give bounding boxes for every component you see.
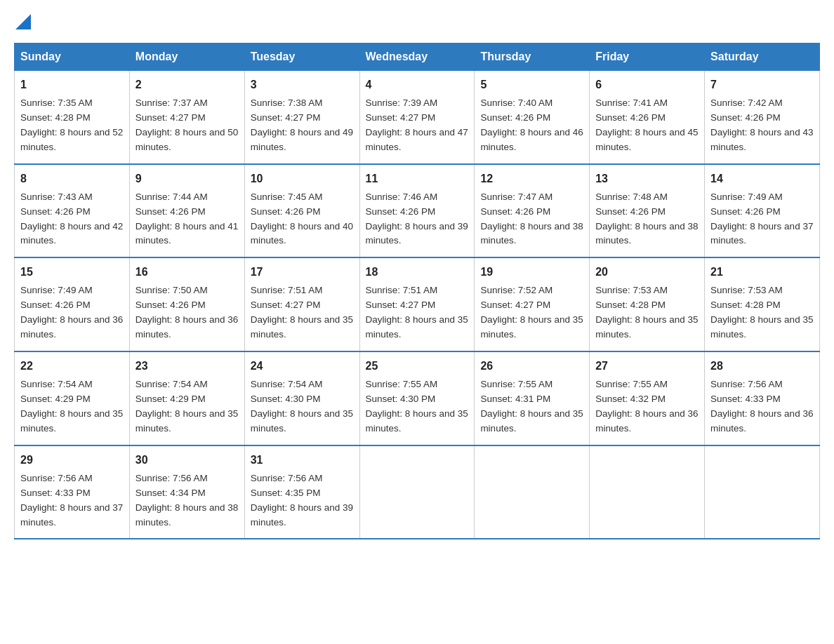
calendar-cell: 15 Sunrise: 7:49 AMSunset: 4:26 PMDaylig… xyxy=(15,257,130,351)
calendar-cell: 31 Sunrise: 7:56 AMSunset: 4:35 PMDaylig… xyxy=(244,445,359,539)
calendar-cell xyxy=(475,445,590,539)
calendar-cell: 4 Sunrise: 7:39 AMSunset: 4:27 PMDayligh… xyxy=(359,71,475,164)
day-info: Sunrise: 7:39 AMSunset: 4:27 PMDaylight:… xyxy=(366,98,468,152)
day-number: 25 xyxy=(366,358,469,375)
day-number: 15 xyxy=(20,264,124,281)
calendar-cell: 12 Sunrise: 7:47 AMSunset: 4:26 PMDaylig… xyxy=(475,164,590,258)
day-info: Sunrise: 7:50 AMSunset: 4:26 PMDaylight:… xyxy=(135,285,238,340)
day-number: 21 xyxy=(710,264,814,281)
day-info: Sunrise: 7:47 AMSunset: 4:26 PMDaylight:… xyxy=(480,192,583,246)
week-row: 8 Sunrise: 7:43 AMSunset: 4:26 PMDayligh… xyxy=(15,164,820,258)
day-number: 5 xyxy=(480,76,583,93)
day-info: Sunrise: 7:35 AMSunset: 4:28 PMDaylight:… xyxy=(20,98,123,152)
calendar-cell: 22 Sunrise: 7:54 AMSunset: 4:29 PMDaylig… xyxy=(15,351,130,445)
calendar-cell: 24 Sunrise: 7:54 AMSunset: 4:30 PMDaylig… xyxy=(244,351,359,445)
calendar-cell: 23 Sunrise: 7:54 AMSunset: 4:29 PMDaylig… xyxy=(129,351,244,445)
calendar-cell: 8 Sunrise: 7:43 AMSunset: 4:26 PMDayligh… xyxy=(15,164,130,258)
calendar-cell: 16 Sunrise: 7:50 AMSunset: 4:26 PMDaylig… xyxy=(129,257,244,351)
calendar-cell: 11 Sunrise: 7:46 AMSunset: 4:26 PMDaylig… xyxy=(359,164,475,258)
day-number: 13 xyxy=(595,170,699,187)
day-number: 14 xyxy=(710,170,814,187)
day-info: Sunrise: 7:45 AMSunset: 4:26 PMDaylight:… xyxy=(251,192,353,246)
week-row: 1 Sunrise: 7:35 AMSunset: 4:28 PMDayligh… xyxy=(15,71,820,164)
day-number: 7 xyxy=(710,76,814,93)
day-info: Sunrise: 7:42 AMSunset: 4:26 PMDaylight:… xyxy=(710,98,813,152)
calendar-cell: 7 Sunrise: 7:42 AMSunset: 4:26 PMDayligh… xyxy=(705,71,820,164)
calendar-cell: 26 Sunrise: 7:55 AMSunset: 4:31 PMDaylig… xyxy=(475,351,590,445)
calendar-cell xyxy=(705,445,820,539)
calendar-cell: 29 Sunrise: 7:56 AMSunset: 4:33 PMDaylig… xyxy=(15,445,130,539)
day-info: Sunrise: 7:56 AMSunset: 4:33 PMDaylight:… xyxy=(20,473,123,528)
day-number: 19 xyxy=(480,264,583,281)
day-info: Sunrise: 7:55 AMSunset: 4:32 PMDaylight:… xyxy=(595,379,698,434)
calendar-cell: 2 Sunrise: 7:37 AMSunset: 4:27 PMDayligh… xyxy=(129,71,244,164)
calendar-cell xyxy=(359,445,475,539)
day-info: Sunrise: 7:43 AMSunset: 4:26 PMDaylight:… xyxy=(20,192,123,246)
calendar-header-row: SundayMondayTuesdayWednesdayThursdayFrid… xyxy=(15,43,820,71)
day-info: Sunrise: 7:54 AMSunset: 4:30 PMDaylight:… xyxy=(251,379,353,434)
day-number: 12 xyxy=(480,170,583,187)
calendar-cell: 21 Sunrise: 7:53 AMSunset: 4:28 PMDaylig… xyxy=(705,257,820,351)
day-info: Sunrise: 7:56 AMSunset: 4:35 PMDaylight:… xyxy=(251,473,353,528)
week-row: 22 Sunrise: 7:54 AMSunset: 4:29 PMDaylig… xyxy=(15,351,820,445)
calendar-table: SundayMondayTuesdayWednesdayThursdayFrid… xyxy=(14,43,820,539)
col-header-friday: Friday xyxy=(590,43,705,71)
day-info: Sunrise: 7:37 AMSunset: 4:27 PMDaylight:… xyxy=(135,98,238,152)
day-number: 31 xyxy=(251,452,354,469)
col-header-sunday: Sunday xyxy=(15,43,130,71)
calendar-cell: 28 Sunrise: 7:56 AMSunset: 4:33 PMDaylig… xyxy=(705,351,820,445)
day-info: Sunrise: 7:49 AMSunset: 4:26 PMDaylight:… xyxy=(20,285,123,340)
calendar-cell: 25 Sunrise: 7:55 AMSunset: 4:30 PMDaylig… xyxy=(359,351,475,445)
day-info: Sunrise: 7:55 AMSunset: 4:31 PMDaylight:… xyxy=(480,379,583,434)
calendar-cell: 18 Sunrise: 7:51 AMSunset: 4:27 PMDaylig… xyxy=(359,257,475,351)
day-info: Sunrise: 7:54 AMSunset: 4:29 PMDaylight:… xyxy=(20,379,123,434)
day-number: 6 xyxy=(595,76,699,93)
calendar-cell xyxy=(590,445,705,539)
day-number: 23 xyxy=(135,358,239,375)
day-info: Sunrise: 7:38 AMSunset: 4:27 PMDaylight:… xyxy=(251,98,353,152)
day-info: Sunrise: 7:53 AMSunset: 4:28 PMDaylight:… xyxy=(595,285,698,340)
calendar-cell: 27 Sunrise: 7:55 AMSunset: 4:32 PMDaylig… xyxy=(590,351,705,445)
day-number: 22 xyxy=(20,358,124,375)
day-number: 10 xyxy=(251,170,354,187)
day-info: Sunrise: 7:56 AMSunset: 4:33 PMDaylight:… xyxy=(710,379,813,434)
day-info: Sunrise: 7:41 AMSunset: 4:26 PMDaylight:… xyxy=(595,98,698,152)
week-row: 29 Sunrise: 7:56 AMSunset: 4:33 PMDaylig… xyxy=(15,445,820,539)
day-number: 28 xyxy=(710,358,814,375)
day-number: 27 xyxy=(595,358,699,375)
day-number: 3 xyxy=(251,76,354,93)
week-row: 15 Sunrise: 7:49 AMSunset: 4:26 PMDaylig… xyxy=(15,257,820,351)
calendar-cell: 17 Sunrise: 7:51 AMSunset: 4:27 PMDaylig… xyxy=(244,257,359,351)
calendar-cell: 30 Sunrise: 7:56 AMSunset: 4:34 PMDaylig… xyxy=(129,445,244,539)
calendar-cell: 5 Sunrise: 7:40 AMSunset: 4:26 PMDayligh… xyxy=(475,71,590,164)
day-number: 24 xyxy=(251,358,354,375)
calendar-cell: 9 Sunrise: 7:44 AMSunset: 4:26 PMDayligh… xyxy=(129,164,244,258)
day-info: Sunrise: 7:51 AMSunset: 4:27 PMDaylight:… xyxy=(366,285,468,340)
svg-marker-0 xyxy=(15,14,31,29)
day-number: 20 xyxy=(595,264,699,281)
col-header-saturday: Saturday xyxy=(705,43,820,71)
day-info: Sunrise: 7:54 AMSunset: 4:29 PMDaylight:… xyxy=(135,379,238,434)
day-info: Sunrise: 7:52 AMSunset: 4:27 PMDaylight:… xyxy=(480,285,583,340)
day-number: 8 xyxy=(20,170,124,187)
day-info: Sunrise: 7:51 AMSunset: 4:27 PMDaylight:… xyxy=(251,285,353,340)
day-number: 26 xyxy=(480,358,583,375)
day-info: Sunrise: 7:56 AMSunset: 4:34 PMDaylight:… xyxy=(135,473,238,528)
day-number: 18 xyxy=(366,264,469,281)
day-number: 11 xyxy=(366,170,469,187)
day-number: 30 xyxy=(135,452,239,469)
col-header-tuesday: Tuesday xyxy=(244,43,359,71)
logo xyxy=(14,14,31,32)
day-info: Sunrise: 7:55 AMSunset: 4:30 PMDaylight:… xyxy=(366,379,468,434)
day-number: 9 xyxy=(135,170,239,187)
calendar-cell: 19 Sunrise: 7:52 AMSunset: 4:27 PMDaylig… xyxy=(475,257,590,351)
day-number: 4 xyxy=(366,76,469,93)
day-number: 16 xyxy=(135,264,239,281)
day-number: 17 xyxy=(251,264,354,281)
col-header-monday: Monday xyxy=(129,43,244,71)
day-info: Sunrise: 7:44 AMSunset: 4:26 PMDaylight:… xyxy=(135,192,238,246)
calendar-cell: 1 Sunrise: 7:35 AMSunset: 4:28 PMDayligh… xyxy=(15,71,130,164)
day-number: 2 xyxy=(135,76,239,93)
day-number: 1 xyxy=(20,76,124,93)
day-number: 29 xyxy=(20,452,124,469)
